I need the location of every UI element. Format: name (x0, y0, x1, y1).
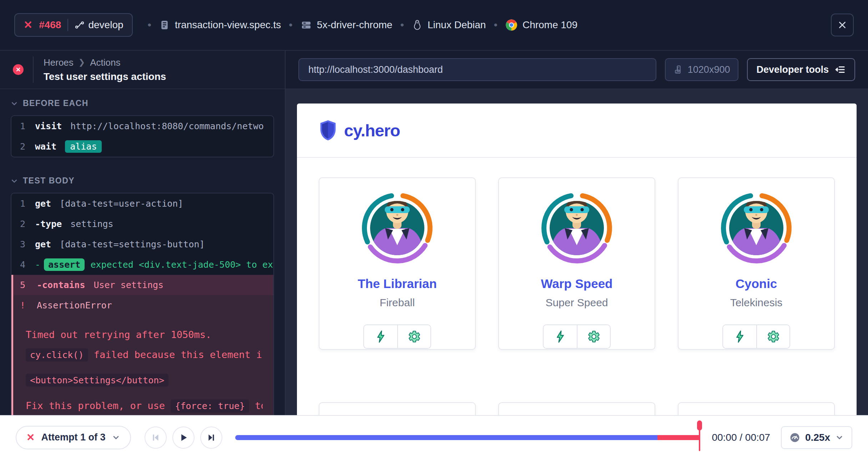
hero-actions (363, 324, 431, 349)
chevron-down-icon (11, 100, 18, 107)
error-fix-text: Fix this problem, or use (26, 400, 165, 411)
breadcrumb: Heroes ❯ Actions (44, 57, 166, 68)
chevron-right-icon: ❯ (79, 58, 85, 67)
settings-gear-button[interactable] (756, 325, 789, 348)
lightning-button[interactable] (544, 325, 577, 348)
play-button[interactable] (172, 427, 195, 449)
hero-avatar (721, 192, 792, 264)
playback-speed-selector[interactable]: 0.25x (781, 426, 852, 449)
separator-dot: • (400, 19, 404, 31)
hero-avatar (541, 192, 612, 264)
assertion-error-row[interactable]: ! AssertionError (11, 295, 273, 316)
developer-tools-button[interactable]: Developer tools (747, 58, 855, 81)
viewport-size: 1020x900 (688, 64, 730, 75)
gauge-icon (789, 432, 800, 443)
hero-card (678, 402, 835, 415)
settings-gear-button[interactable] (397, 325, 430, 348)
separator-dot: • (494, 19, 498, 31)
lightning-button[interactable] (364, 325, 397, 348)
browser-name: Chrome 109 (523, 19, 577, 31)
branch-name: develop (88, 19, 123, 31)
ruler-icon (673, 64, 683, 75)
hero-actions (722, 324, 790, 349)
command-row[interactable]: 2 -type settings (11, 214, 273, 234)
run-failed-icon: ✕ (24, 20, 32, 30)
section-test-body[interactable]: TEST BODY (11, 176, 274, 186)
breadcrumb-parent[interactable]: Heroes (44, 57, 74, 68)
spec-name[interactable]: transaction-view.spec.ts (175, 19, 281, 31)
hero-card (498, 402, 655, 415)
attempt-failed-icon: ✕ (26, 432, 35, 443)
test-title: Test user settings actions (44, 71, 166, 82)
url-input[interactable] (298, 58, 656, 81)
hero-name: Warp Speed (541, 277, 613, 291)
hero-card: Warp Speed Super Speed (498, 177, 655, 350)
preview-stage: 1020x900 Developer tools (286, 51, 868, 415)
command-row[interactable]: 3 get [data-test=settings-button] (11, 234, 273, 254)
error-message: Timed out retrying after 1050ms. cy.clic… (11, 316, 273, 415)
run-badge[interactable]: ✕ #468 develop (14, 13, 133, 37)
run-number: #468 (39, 19, 61, 31)
app-brand: cy.hero (344, 121, 400, 140)
command-row[interactable]: 1 visit http://localhost:8080/commands/n… (11, 116, 273, 136)
breadcrumb-child[interactable]: Actions (90, 57, 120, 68)
assert-row[interactable]: 4 - assert expected <div.text-jade-500> … (11, 254, 273, 275)
divider (33, 56, 34, 83)
shield-logo-icon (318, 119, 338, 141)
chevron-down-icon (11, 177, 18, 185)
group-name: 5x-driver-chrome (317, 19, 393, 31)
spec-file-icon (159, 19, 170, 31)
hero-card (319, 402, 476, 415)
server-stack-icon (301, 19, 312, 31)
os-name: Linux Debian (428, 19, 486, 31)
timeline-scrubber[interactable] (235, 435, 700, 440)
attempt-label: Attempt 1 of 3 (41, 432, 105, 443)
hero-name: The Librarian (358, 277, 437, 291)
app-header: cy.hero (297, 104, 857, 158)
command-row[interactable]: 1 get [data-test=user-action] (11, 193, 273, 214)
lightning-button[interactable] (723, 325, 756, 348)
timeline-error-pin[interactable] (699, 421, 700, 451)
command-log-sidebar: ✕ Heroes ❯ Actions Test user settings ac… (0, 51, 286, 415)
skip-previous-button[interactable] (145, 427, 167, 449)
hero-cards-row: The Librarian Fireball (297, 177, 857, 350)
hero-card: Cyonic Telekinesis (678, 177, 835, 350)
command-row[interactable]: 2 wait alias (11, 136, 273, 157)
separator-dot: • (148, 19, 152, 31)
failed-command-row[interactable]: 5 -contains User settings (11, 275, 273, 295)
hero-card: The Librarian Fireball (319, 177, 476, 350)
linux-penguin-icon (412, 19, 423, 31)
separator-dot: • (289, 19, 293, 31)
preview-header: 1020x900 Developer tools (286, 51, 868, 89)
timeline-played-segment (235, 435, 657, 440)
test-header: ✕ Heroes ❯ Actions Test user settings ac… (0, 51, 285, 89)
branch-icon (75, 20, 85, 30)
section-before-each[interactable]: BEFORE EACH (11, 99, 274, 108)
chevron-down-icon (112, 433, 120, 442)
playback-time: 00:00 / 00:07 (712, 432, 770, 443)
playback-bar: ✕ Attempt 1 of 3 00:00 / 00:07 0.25x (0, 415, 868, 459)
chevron-down-icon (835, 433, 844, 442)
hero-name: Cyonic (736, 277, 777, 291)
alias-badge: alias (65, 140, 102, 153)
assert-badge: assert (44, 258, 85, 271)
test-body-commands: 1 get [data-test=user-action] 2 -type se… (11, 193, 274, 415)
viewport-size-badge[interactable]: 1020x900 (665, 58, 739, 81)
error-fix-text2: to disable error che (255, 400, 263, 411)
chrome-icon (505, 19, 518, 31)
app-viewport-area: cy.hero (286, 89, 868, 415)
hero-power: Fireball (380, 297, 415, 309)
error-timeout-text: Timed out retrying after 1050ms. (26, 328, 263, 341)
settings-gear-button[interactable] (577, 325, 610, 348)
speed-value: 0.25x (805, 432, 830, 443)
test-failed-icon: ✕ (13, 64, 24, 75)
skip-next-button[interactable] (200, 427, 222, 449)
error-command-chip: cy.click() (26, 348, 88, 361)
app-under-test: cy.hero (297, 104, 857, 415)
error-element-chip: <button>Settings</button> (26, 374, 168, 387)
attempt-selector[interactable]: ✕ Attempt 1 of 3 (16, 426, 131, 449)
hero-power: Telekinesis (730, 297, 783, 309)
close-replay-button[interactable] (831, 14, 854, 36)
before-each-commands: 1 visit http://localhost:8080/commands/n… (11, 115, 274, 157)
timeline-error-segment (657, 435, 700, 440)
